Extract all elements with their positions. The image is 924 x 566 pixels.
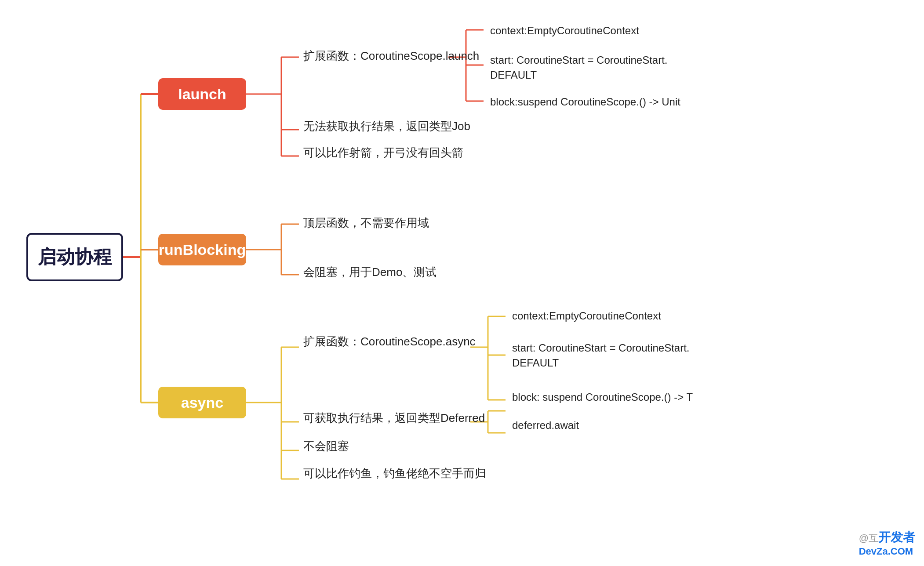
launch-text-2: 无法获取执行结果，返回类型Job <box>303 118 470 135</box>
launch-detail-2: start: CoroutineStart = CoroutineStart.D… <box>490 53 668 82</box>
async-detail-1: context:EmptyCoroutineContext <box>512 305 661 327</box>
async-text-2: 可获取执行结果，返回类型Deferred <box>303 410 485 427</box>
async-text-3: 不会阻塞 <box>303 438 349 455</box>
async-label: async <box>181 394 223 411</box>
launch-detail-3: block:suspend CoroutineScope.() -> Unit <box>490 91 680 112</box>
launch-detail-1: context:EmptyCoroutineContext <box>490 20 639 41</box>
runblocking-text-2: 会阻塞，用于Demo、测试 <box>303 264 437 281</box>
async-detail-3: block: suspend CoroutineScope.() -> T <box>512 387 693 408</box>
root-node: 启动协程 <box>26 233 123 281</box>
async-node: async <box>158 387 246 418</box>
async-text-4: 可以比作钓鱼，钓鱼佬绝不空手而归 <box>303 465 486 482</box>
runblocking-node: runBlocking <box>158 234 246 265</box>
watermark-prefix: @互 <box>859 533 878 544</box>
launch-label: launch <box>178 86 226 103</box>
launch-text-1: 扩展函数：CoroutineScope.launch <box>303 47 479 65</box>
root-label: 启动协程 <box>38 245 112 269</box>
launch-node: launch <box>158 78 246 110</box>
watermark: @互开发者 DevZa.COM <box>859 529 915 557</box>
runblocking-text-1: 顶层函数，不需要作用域 <box>303 214 429 232</box>
async-detail-2: start: CoroutineStart = CoroutineStart.D… <box>512 341 690 370</box>
launch-text-3: 可以比作射箭，开弓没有回头箭 <box>303 144 463 161</box>
watermark-suffix: DevZa.COM <box>859 546 913 557</box>
async-detail-4: deferred.await <box>512 415 579 436</box>
watermark-brand: 开发者 <box>878 530 915 544</box>
async-text-1: 扩展函数：CoroutineScope.async <box>303 333 476 350</box>
runblocking-label: runBlocking <box>159 241 246 258</box>
